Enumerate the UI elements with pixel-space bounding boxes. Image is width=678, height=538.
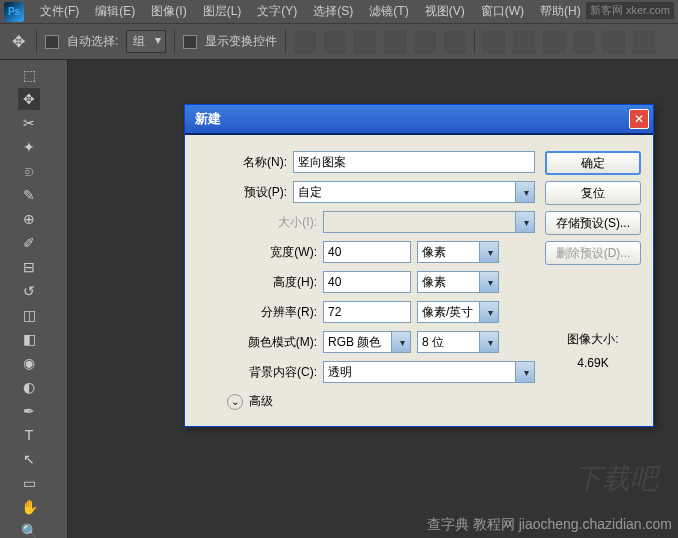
align-btn-5[interactable] [414,31,436,53]
dist-btn-4[interactable] [573,31,595,53]
menu-view[interactable]: 视图(V) [417,3,473,20]
menu-image[interactable]: 图像(I) [143,3,194,20]
align-btn-6[interactable] [444,31,466,53]
align-btn-3[interactable] [354,31,376,53]
menubar: Ps 文件(F) 编辑(E) 图像(I) 图层(L) 文字(Y) 选择(S) 滤… [0,0,678,24]
close-button[interactable]: ✕ [629,109,649,129]
history-brush-tool[interactable]: ↺ [18,280,40,302]
menu-file[interactable]: 文件(F) [32,3,87,20]
height-label: 高度(H): [227,274,317,291]
bitdepth-dropdown[interactable]: 8 位 [417,331,499,353]
options-bar: ✥ 自动选择: 组 显示变换控件 [0,24,678,60]
dist-btn-5[interactable] [603,31,625,53]
pen-tool[interactable]: ✒ [18,400,40,422]
align-btn-2[interactable] [324,31,346,53]
brush-tool[interactable]: ✐ [18,232,40,254]
marquee-tool[interactable]: ⬚ [18,64,40,86]
size-label: 大小(I): [227,214,317,231]
image-size-value: 4.69K [545,356,641,370]
blur-tool[interactable]: ◉ [18,352,40,374]
menu-edit[interactable]: 编辑(E) [87,3,143,20]
background-dropdown[interactable]: 透明 [323,361,535,383]
dialog-title-text: 新建 [195,110,221,128]
height-unit-dropdown[interactable]: 像素 [417,271,499,293]
delete-preset-button: 删除预设(D)... [545,241,641,265]
shape-tool[interactable]: ▭ [18,472,40,494]
move-tool-icon: ✥ [8,32,28,52]
transform-checkbox[interactable] [183,35,197,49]
resolution-label: 分辨率(R): [227,304,317,321]
app-logo: Ps [4,2,24,22]
menu-help[interactable]: 帮助(H) [532,3,589,20]
menu-select[interactable]: 选择(S) [305,3,361,20]
dialog-titlebar[interactable]: 新建 ✕ [185,105,653,133]
wand-tool[interactable]: ✦ [18,136,40,158]
colormode-label: 颜色模式(M): [227,334,317,351]
dist-btn-6[interactable] [633,31,655,53]
dist-btn-1[interactable] [483,31,505,53]
autoselect-dropdown[interactable]: 组 [126,30,166,53]
colormode-dropdown[interactable]: RGB 颜色 [323,331,411,353]
dist-btn-3[interactable] [543,31,565,53]
crop-tool[interactable]: ⟄ [18,160,40,182]
dodge-tool[interactable]: ◐ [18,376,40,398]
move-tool[interactable]: ✥ [18,88,40,110]
image-size-label: 图像大小: [545,331,641,348]
align-btn-1[interactable] [294,31,316,53]
preset-label: 预设(P): [197,184,287,201]
reset-button[interactable]: 复位 [545,181,641,205]
path-tool[interactable]: ↖ [18,448,40,470]
resolution-unit-dropdown[interactable]: 像素/英寸 [417,301,499,323]
advanced-toggle[interactable]: ⌄ 高级 [197,393,535,410]
zoom-tool[interactable]: 🔍 [18,520,40,538]
resolution-input[interactable] [323,301,411,323]
hand-tool[interactable]: ✋ [18,496,40,518]
height-input[interactable] [323,271,411,293]
toolbar: ⬚ ✥ ✂ ✦ ⟄ ✎ ⊕ ✐ ⊟ ↺ ◫ ◧ ◉ ◐ ✒ T ↖ ▭ ✋ 🔍 … [14,60,68,538]
eraser-tool[interactable]: ◫ [18,304,40,326]
eyedropper-tool[interactable]: ✎ [18,184,40,206]
transform-label: 显示变换控件 [205,33,277,50]
watermark-download: 下载吧 [574,460,658,498]
preset-dropdown[interactable]: 自定 [293,181,535,203]
menu-filter[interactable]: 滤镜(T) [361,3,416,20]
watermark-top: 新客网 xker.com [586,2,674,19]
watermark-bottom: 查字典 教程网 jiaocheng.chazidian.com [427,516,672,534]
name-input[interactable] [293,151,535,173]
menu-window[interactable]: 窗口(W) [473,3,532,20]
new-dialog: 新建 ✕ 名称(N): 预设(P): 自定 大小(I): 宽度(W): 像素 [184,104,654,427]
gradient-tool[interactable]: ◧ [18,328,40,350]
heal-tool[interactable]: ⊕ [18,208,40,230]
menu-layer[interactable]: 图层(L) [195,3,250,20]
width-label: 宽度(W): [227,244,317,261]
autoselect-label: 自动选择: [67,33,118,50]
dist-btn-2[interactable] [513,31,535,53]
chevron-down-icon: ⌄ [227,394,243,410]
text-tool[interactable]: T [18,424,40,446]
menu-type[interactable]: 文字(Y) [249,3,305,20]
ok-button[interactable]: 确定 [545,151,641,175]
size-dropdown [323,211,535,233]
lasso-tool[interactable]: ✂ [18,112,40,134]
autoselect-checkbox[interactable] [45,35,59,49]
stamp-tool[interactable]: ⊟ [18,256,40,278]
name-label: 名称(N): [197,154,287,171]
width-unit-dropdown[interactable]: 像素 [417,241,499,263]
background-label: 背景内容(C): [227,364,317,381]
align-btn-4[interactable] [384,31,406,53]
width-input[interactable] [323,241,411,263]
save-preset-button[interactable]: 存储预设(S)... [545,211,641,235]
